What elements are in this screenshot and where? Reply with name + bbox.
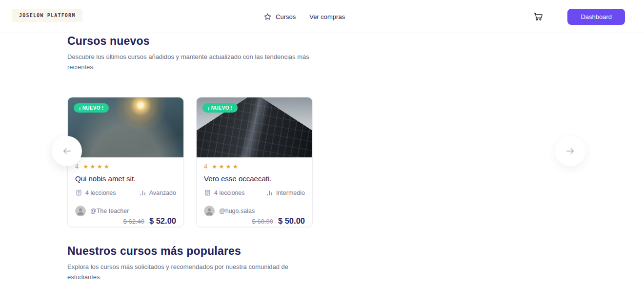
nav-link-cursos[interactable]: Cursos (263, 13, 296, 21)
new-courses-section: Cursos nuevos Descubre los últimos curso… (67, 33, 644, 227)
new-courses-carousel: ¡ NUEVO ! 4 ★★★★ Qui nobis amet sit. (67, 97, 644, 227)
new-courses-row: ¡ NUEVO ! 4 ★★★★ Qui nobis amet sit. (67, 97, 644, 227)
main-content: Cursos nuevos Descubre los últimos curso… (0, 33, 644, 306)
dashboard-button[interactable]: Dashboard (567, 9, 625, 25)
teacher-avatar (204, 206, 215, 216)
course-card[interactable]: ¡ NUEVO ! 4 ★★★★ Qui nobis amet sit. (67, 97, 184, 227)
course-image: ¡ NUEVO ! (68, 97, 183, 157)
cart-button[interactable] (533, 11, 543, 22)
teacher-row: @hugo.salas (204, 206, 305, 216)
card-divider (204, 202, 305, 202)
rating: 4 ★★★★ (204, 163, 305, 170)
price-row: $ 62.40 $ 52.00 (75, 216, 176, 226)
arrow-left-icon (61, 146, 72, 156)
document-icon (204, 189, 211, 196)
level-bars-icon (266, 189, 273, 196)
main-nav: Cursos Ver compras (263, 0, 345, 33)
course-title: Qui nobis amet sit. (75, 174, 176, 183)
teacher-name: @hugo.salas (219, 208, 255, 214)
current-price: $ 52.00 (149, 216, 176, 226)
document-icon (75, 189, 82, 196)
new-badge: ¡ NUEVO ! (202, 103, 238, 113)
old-price: $ 60.00 (252, 218, 273, 225)
nav-link-ver-compras[interactable]: Ver compras (309, 13, 345, 20)
star-rating-icons: ★★★★ (83, 163, 111, 170)
new-badge: ¡ NUEVO ! (74, 103, 109, 113)
level-meta: Intermedio (266, 189, 305, 196)
carousel-prev-button[interactable] (52, 136, 82, 166)
logo[interactable]: JOSELOW PLATFORM (12, 9, 82, 22)
star-rating-icons: ★★★★ (212, 163, 240, 170)
nav-link-label: Ver compras (309, 13, 345, 20)
rating-value: 4 (204, 163, 207, 170)
cart-icon (533, 11, 543, 22)
level-bars-icon (139, 189, 146, 196)
card-divider (75, 202, 176, 202)
teacher-avatar (75, 206, 86, 216)
section-description-popular: Explora los cursos más solicitados y rec… (67, 262, 310, 282)
lessons-meta: 4 lecciones (75, 189, 116, 196)
section-title-popular: Nuestros cursos más populares (67, 244, 644, 258)
navbar: JOSELOW PLATFORM Cursos Ver compras Dash… (0, 0, 644, 33)
price-row: $ 60.00 $ 50.00 (204, 216, 305, 226)
level-label: Avanzado (149, 190, 176, 196)
course-image: ¡ NUEVO ! (197, 97, 312, 157)
course-meta: 4 lecciones Avanzado (75, 189, 176, 196)
current-price: $ 50.00 (278, 216, 305, 226)
lessons-label: 4 lecciones (214, 190, 245, 196)
popular-courses-section: Nuestros cursos más populares Explora lo… (67, 244, 644, 306)
level-label: Intermedio (276, 190, 305, 196)
old-price: $ 62.40 (123, 218, 144, 225)
course-card-body: 4 ★★★★ Qui nobis amet sit. 4 lecciones (68, 157, 183, 226)
rating: 4 ★★★★ (75, 163, 176, 170)
course-meta: 4 lecciones Intermedio (204, 189, 305, 196)
lessons-meta: 4 lecciones (204, 189, 245, 196)
course-card-body: 4 ★★★★ Vero esse occaecati. 4 lecciones (197, 157, 312, 226)
carousel-next-button[interactable] (555, 136, 585, 166)
teacher-name: @The teacher (90, 208, 129, 214)
lessons-label: 4 lecciones (85, 190, 116, 196)
nav-link-label: Cursos (276, 13, 296, 20)
section-title-new: Cursos nuevos (67, 33, 644, 48)
navbar-right: Dashboard (533, 0, 625, 33)
course-title: Vero esse occaecati. (204, 174, 305, 183)
teacher-row: @The teacher (75, 206, 176, 216)
course-card[interactable]: ¡ NUEVO ! 4 ★★★★ Vero esse occaecati. (196, 97, 313, 227)
arrow-right-icon (565, 146, 576, 156)
rating-value: 4 (75, 163, 79, 170)
level-meta: Avanzado (139, 189, 176, 196)
section-description-new: Descubre los últimos cursos añadidos y m… (67, 52, 310, 72)
star-icon (263, 13, 272, 21)
